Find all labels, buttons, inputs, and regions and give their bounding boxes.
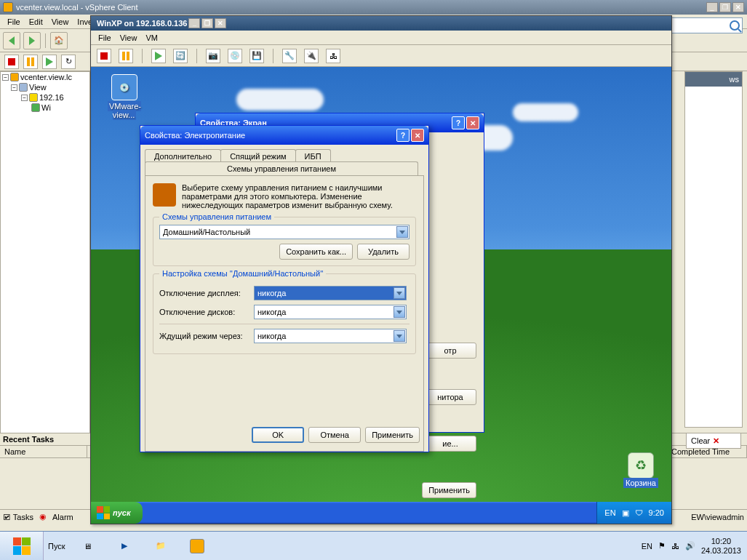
host-lang[interactable]: EN (642, 542, 652, 551)
play-button[interactable] (42, 55, 57, 69)
host-clock[interactable]: 10:20 24.03.2013 (701, 537, 741, 556)
power-dlg-titlebar[interactable]: Свойства: Электропитание ? ✕ (140, 126, 428, 145)
nav-forward-button[interactable] (23, 32, 41, 49)
tree-root[interactable]: vcenter.view.lc (20, 73, 72, 81)
vm-menu-view[interactable]: View (116, 32, 142, 44)
vm-title: WinXP on 192.168.0.136 (97, 19, 187, 28)
desktop-icon-vmware-view[interactable]: 💿 VMware-view... (103, 74, 146, 119)
ok-button[interactable]: OK (252, 427, 304, 443)
delete-button[interactable]: Удалить (357, 244, 410, 260)
vm-play-button[interactable] (151, 49, 166, 63)
chevron-down-icon[interactable] (396, 226, 408, 238)
status-alarms[interactable]: Alarm (52, 513, 73, 521)
battery-icon (153, 183, 176, 207)
power-properties-dialog: Свойства: Электропитание ? ✕ Дополнитель… (140, 125, 429, 452)
tree-vm[interactable]: Wi (41, 103, 51, 112)
tree-datacenter[interactable]: View (29, 83, 47, 92)
vsphere-icon (3, 2, 13, 12)
vm-menu-file[interactable]: File (94, 32, 116, 44)
menu-view[interactable]: View (47, 16, 73, 28)
host-start-button[interactable] (0, 532, 44, 561)
vm-menubar: File View VM (91, 31, 671, 45)
settings-button[interactable]: ие... (424, 436, 476, 452)
restore-button[interactable]: ❐ (719, 2, 731, 12)
group1-label: Схемы управления питанием (159, 212, 274, 221)
vm-floppy-button[interactable]: 💾 (249, 49, 264, 63)
recycle-bin[interactable]: Корзина (623, 452, 658, 487)
recycle-icon (628, 452, 654, 479)
stop-button[interactable] (4, 55, 19, 69)
clear-button[interactable]: Clear✕ (686, 433, 741, 449)
standby-label: Ждущий режим через: (159, 332, 254, 340)
right-pane: ws (684, 71, 743, 428)
xp-clock[interactable]: 9:20 (649, 508, 664, 517)
vm-menu-vm[interactable]: VM (141, 32, 162, 44)
display-close-button[interactable]: ✕ (466, 116, 479, 129)
vm-reset-button[interactable]: 🔄 (173, 49, 188, 63)
menu-file[interactable]: File (3, 16, 25, 28)
xp-desktop[interactable]: 💿 VMware-view... Корзина Свойства: Экран… (91, 67, 671, 524)
power-dlg-title: Свойства: Электропитание (145, 131, 245, 140)
vm-restore-button[interactable]: ❐ (201, 18, 213, 28)
pause-button[interactable] (23, 55, 38, 69)
chevron-down-icon[interactable] (394, 306, 405, 318)
monitor-button[interactable]: нитора (424, 389, 476, 405)
power-tabs-front: Схемы управления питанием (140, 159, 428, 175)
vm-snapshot-button[interactable]: 📷 (206, 49, 220, 63)
task-explorer[interactable]: 📁 (143, 533, 178, 559)
vm-close-button[interactable]: ✕ (215, 18, 226, 28)
apply-button[interactable]: Применить (365, 427, 420, 443)
help-button[interactable]: ? (452, 116, 465, 129)
power-help-button[interactable]: ? (396, 129, 410, 142)
status-user: EW\viewadmin (691, 513, 744, 521)
display-off-label: Отключение дисплея: (159, 289, 254, 297)
group2-label: Настройка схемы ''Домашний/Настольный'' (159, 269, 326, 278)
vm-minimize-button[interactable]: _ (188, 18, 200, 28)
display-off-combo[interactable]: никогда (254, 286, 407, 300)
disks-off-combo[interactable]: никогда (254, 305, 407, 319)
vm-stop-button[interactable] (97, 49, 111, 63)
status-tasks[interactable]: Tasks (13, 513, 33, 521)
disks-off-label: Отключение дисков: (159, 308, 254, 316)
standby-combo[interactable]: никогда (254, 329, 407, 343)
right-tab[interactable]: ws (685, 72, 742, 87)
cancel-button[interactable]: Отмена (308, 427, 361, 443)
scheme-combo[interactable]: Домашний/Настольный (159, 225, 410, 239)
vm-cd-button[interactable]: 💿 (228, 49, 242, 63)
tray-network-icon[interactable]: 🖧 (671, 542, 679, 551)
vmware-tools-icon[interactable]: ▣ (622, 508, 629, 518)
chevron-down-icon[interactable] (394, 287, 405, 299)
display-apply-button[interactable]: Применить (422, 482, 476, 498)
minimize-button[interactable]: _ (706, 2, 718, 12)
search-icon (730, 20, 740, 31)
shield-icon[interactable]: 🛡 (635, 508, 643, 517)
home-button[interactable]: 🏠 (50, 32, 68, 49)
task-server-manager[interactable]: 🖥 (71, 533, 105, 559)
xp-lang-indicator[interactable]: EN (604, 508, 615, 517)
host-start-label: Пуск (44, 542, 70, 551)
power-close-button[interactable]: ✕ (411, 129, 424, 142)
tray-sound-icon[interactable]: 🔊 (685, 541, 695, 551)
vm-pause-button[interactable] (119, 49, 133, 63)
tray-flag-icon[interactable]: ⚑ (658, 541, 666, 551)
col-name[interactable]: Name (0, 446, 87, 457)
close-button[interactable]: ✕ (732, 2, 744, 12)
vm-titlebar[interactable]: WinXP on 192.168.0.136 _ ❐ ✕ (91, 16, 671, 31)
xp-start-button[interactable]: пуск (91, 502, 143, 524)
vm-tool1-button[interactable]: 🔧 (282, 49, 297, 63)
vsphere-titlebar: vcenter.view.local - vSphere Client _ ❐ … (0, 0, 747, 15)
intro-text: Выберите схему управления питанием с наи… (153, 183, 416, 209)
tab-schemes[interactable]: Схемы управления питанием (145, 161, 418, 175)
task-powershell[interactable]: ▶ (107, 533, 142, 559)
preview-button[interactable]: отр (424, 343, 476, 359)
chevron-down-icon[interactable] (394, 330, 405, 342)
nav-back-button[interactable] (3, 32, 20, 49)
vm-tool2-button[interactable]: 🔌 (304, 49, 319, 63)
reset-button[interactable]: ↻ (61, 55, 76, 69)
vm-tool3-button[interactable]: 🖧 (326, 49, 340, 63)
menu-edit[interactable]: Edit (25, 16, 47, 28)
host-taskbar: Пуск 🖥 ▶ 📁 EN ⚑ 🖧 🔊 10:20 24.03.2013 (0, 531, 747, 560)
save-as-button[interactable]: Сохранить как... (279, 244, 353, 260)
task-vsphere[interactable] (180, 533, 215, 559)
tree-host[interactable]: 192.16 (39, 93, 64, 102)
